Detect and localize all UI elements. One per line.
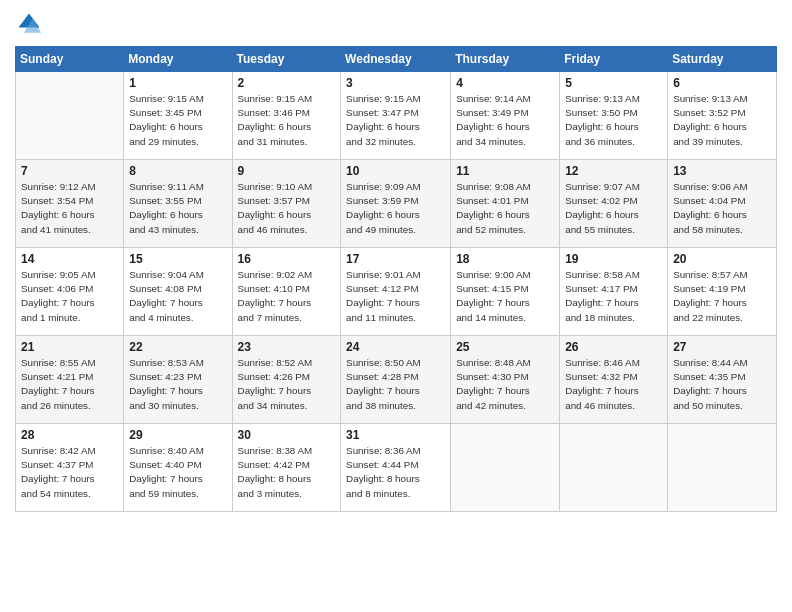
day-cell: 15Sunrise: 9:04 AMSunset: 4:08 PMDayligh…	[124, 248, 232, 336]
day-info-line: Daylight: 7 hours	[129, 385, 203, 396]
day-number: 17	[346, 252, 445, 266]
day-info: Sunrise: 8:53 AMSunset: 4:23 PMDaylight:…	[129, 356, 226, 413]
day-info-line: Sunrise: 9:10 AM	[238, 181, 313, 192]
day-cell: 2Sunrise: 9:15 AMSunset: 3:46 PMDaylight…	[232, 72, 341, 160]
day-info-line: Sunset: 4:26 PM	[238, 371, 310, 382]
day-info-line: Sunset: 4:21 PM	[21, 371, 93, 382]
day-info-line: Sunset: 3:57 PM	[238, 195, 310, 206]
day-info-line: and 26 minutes.	[21, 400, 91, 411]
day-info: Sunrise: 8:58 AMSunset: 4:17 PMDaylight:…	[565, 268, 662, 325]
day-number: 8	[129, 164, 226, 178]
day-info: Sunrise: 8:48 AMSunset: 4:30 PMDaylight:…	[456, 356, 554, 413]
day-info-line: and 54 minutes.	[21, 488, 91, 499]
day-info-line: Sunset: 4:08 PM	[129, 283, 201, 294]
day-info-line: and 34 minutes.	[238, 400, 308, 411]
day-info-line: Sunrise: 8:46 AM	[565, 357, 640, 368]
day-cell: 6Sunrise: 9:13 AMSunset: 3:52 PMDaylight…	[668, 72, 777, 160]
day-info-line: Daylight: 6 hours	[673, 121, 747, 132]
day-number: 28	[21, 428, 118, 442]
day-info-line: and 55 minutes.	[565, 224, 635, 235]
day-number: 21	[21, 340, 118, 354]
day-cell: 27Sunrise: 8:44 AMSunset: 4:35 PMDayligh…	[668, 336, 777, 424]
weekday-header-friday: Friday	[560, 47, 668, 72]
day-info-line: Daylight: 7 hours	[238, 385, 312, 396]
day-info: Sunrise: 9:13 AMSunset: 3:50 PMDaylight:…	[565, 92, 662, 149]
day-number: 27	[673, 340, 771, 354]
day-number: 3	[346, 76, 445, 90]
day-info-line: Daylight: 6 hours	[129, 121, 203, 132]
day-info-line: Sunset: 4:01 PM	[456, 195, 528, 206]
day-cell: 8Sunrise: 9:11 AMSunset: 3:55 PMDaylight…	[124, 160, 232, 248]
day-info-line: Sunrise: 9:01 AM	[346, 269, 421, 280]
day-info-line: Sunrise: 8:58 AM	[565, 269, 640, 280]
day-cell: 18Sunrise: 9:00 AMSunset: 4:15 PMDayligh…	[451, 248, 560, 336]
day-number: 14	[21, 252, 118, 266]
day-cell: 25Sunrise: 8:48 AMSunset: 4:30 PMDayligh…	[451, 336, 560, 424]
day-info-line: Sunset: 4:02 PM	[565, 195, 637, 206]
day-info-line: Daylight: 7 hours	[21, 473, 95, 484]
day-number: 6	[673, 76, 771, 90]
day-cell: 13Sunrise: 9:06 AMSunset: 4:04 PMDayligh…	[668, 160, 777, 248]
day-info-line: Sunset: 3:50 PM	[565, 107, 637, 118]
day-info-line: and 59 minutes.	[129, 488, 199, 499]
day-info: Sunrise: 9:08 AMSunset: 4:01 PMDaylight:…	[456, 180, 554, 237]
day-info: Sunrise: 8:38 AMSunset: 4:42 PMDaylight:…	[238, 444, 336, 501]
day-info-line: Sunset: 3:52 PM	[673, 107, 745, 118]
weekday-header-monday: Monday	[124, 47, 232, 72]
weekday-header-thursday: Thursday	[451, 47, 560, 72]
day-cell: 30Sunrise: 8:38 AMSunset: 4:42 PMDayligh…	[232, 424, 341, 512]
day-info-line: Sunrise: 9:09 AM	[346, 181, 421, 192]
day-cell: 9Sunrise: 9:10 AMSunset: 3:57 PMDaylight…	[232, 160, 341, 248]
day-info-line: Sunset: 3:47 PM	[346, 107, 418, 118]
day-info-line: Daylight: 7 hours	[21, 297, 95, 308]
day-info-line: Daylight: 7 hours	[346, 297, 420, 308]
day-info-line: and 52 minutes.	[456, 224, 526, 235]
day-info-line: Sunset: 4:19 PM	[673, 283, 745, 294]
day-cell: 7Sunrise: 9:12 AMSunset: 3:54 PMDaylight…	[16, 160, 124, 248]
weekday-header-tuesday: Tuesday	[232, 47, 341, 72]
day-info-line: Daylight: 6 hours	[346, 209, 420, 220]
day-info-line: Daylight: 7 hours	[565, 385, 639, 396]
day-info-line: and 4 minutes.	[129, 312, 193, 323]
day-info: Sunrise: 8:44 AMSunset: 4:35 PMDaylight:…	[673, 356, 771, 413]
day-number: 5	[565, 76, 662, 90]
logo	[15, 10, 47, 38]
header	[15, 10, 777, 38]
day-info-line: Daylight: 7 hours	[456, 385, 530, 396]
weekday-header-sunday: Sunday	[16, 47, 124, 72]
day-number: 12	[565, 164, 662, 178]
day-cell: 16Sunrise: 9:02 AMSunset: 4:10 PMDayligh…	[232, 248, 341, 336]
day-info: Sunrise: 8:55 AMSunset: 4:21 PMDaylight:…	[21, 356, 118, 413]
day-info: Sunrise: 9:15 AMSunset: 3:45 PMDaylight:…	[129, 92, 226, 149]
day-info-line: Sunrise: 8:55 AM	[21, 357, 96, 368]
calendar: SundayMondayTuesdayWednesdayThursdayFrid…	[15, 46, 777, 512]
day-info-line: Sunset: 4:17 PM	[565, 283, 637, 294]
day-info-line: Sunrise: 9:13 AM	[565, 93, 640, 104]
week-row-5: 28Sunrise: 8:42 AMSunset: 4:37 PMDayligh…	[16, 424, 777, 512]
day-number: 26	[565, 340, 662, 354]
day-info-line: Sunrise: 8:50 AM	[346, 357, 421, 368]
day-info-line: Sunset: 3:46 PM	[238, 107, 310, 118]
day-cell: 26Sunrise: 8:46 AMSunset: 4:32 PMDayligh…	[560, 336, 668, 424]
day-info-line: Sunrise: 9:14 AM	[456, 93, 531, 104]
day-info-line: Daylight: 6 hours	[21, 209, 95, 220]
week-row-2: 7Sunrise: 9:12 AMSunset: 3:54 PMDaylight…	[16, 160, 777, 248]
day-info-line: Daylight: 7 hours	[673, 297, 747, 308]
day-info: Sunrise: 9:00 AMSunset: 4:15 PMDaylight:…	[456, 268, 554, 325]
day-info: Sunrise: 8:36 AMSunset: 4:44 PMDaylight:…	[346, 444, 445, 501]
page: SundayMondayTuesdayWednesdayThursdayFrid…	[0, 0, 792, 612]
day-info-line: Sunrise: 9:04 AM	[129, 269, 204, 280]
day-info: Sunrise: 9:02 AMSunset: 4:10 PMDaylight:…	[238, 268, 336, 325]
day-info: Sunrise: 8:50 AMSunset: 4:28 PMDaylight:…	[346, 356, 445, 413]
day-info-line: and 41 minutes.	[21, 224, 91, 235]
day-info-line: Sunrise: 9:13 AM	[673, 93, 748, 104]
day-number: 10	[346, 164, 445, 178]
day-info-line: Sunrise: 8:40 AM	[129, 445, 204, 456]
day-info-line: Sunrise: 9:08 AM	[456, 181, 531, 192]
day-info-line: Sunrise: 9:02 AM	[238, 269, 313, 280]
day-info-line: Daylight: 6 hours	[346, 121, 420, 132]
day-info-line: Sunrise: 8:36 AM	[346, 445, 421, 456]
day-info-line: Sunset: 4:32 PM	[565, 371, 637, 382]
day-cell: 23Sunrise: 8:52 AMSunset: 4:26 PMDayligh…	[232, 336, 341, 424]
day-info-line: Sunset: 4:28 PM	[346, 371, 418, 382]
